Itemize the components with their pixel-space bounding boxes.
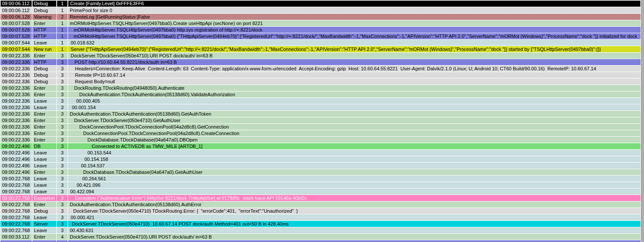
log-message-cell: DockAuthentication.TDockAuthentication(0… bbox=[68, 111, 641, 117]
log-row[interactable]: 09:00:22.496DB3Connected to ACTIVEDB as … bbox=[0, 143, 641, 149]
log-time-cell: 09:00:06.112 bbox=[0, 7, 32, 13]
log-thread-cell: 3 bbox=[57, 130, 68, 136]
log-level-cell: Enter bbox=[32, 201, 56, 207]
log-message-cell: DockServer.TDockServer(050e4710).URI POS… bbox=[68, 234, 641, 240]
log-row[interactable]: 09:00:22.336Enter3DockAuthentication.TDo… bbox=[0, 111, 641, 117]
log-message-cell: DockConnectionPool.TDockConnectionPool(0… bbox=[68, 130, 641, 136]
log-row[interactable]: 09:00:22.336Leave300.001.154 bbox=[0, 104, 641, 110]
log-time-cell: 09:00:22.336 bbox=[0, 98, 32, 104]
log-time-cell: 09:00:06.112 bbox=[0, 0, 32, 7]
log-row[interactable]: 09:00:22.336Leave300.000.405 bbox=[0, 98, 641, 104]
log-row[interactable]: 09:00:22.496Enter3DockDatabase.TDockData… bbox=[0, 169, 641, 175]
log-message-cell: 00.154.158 bbox=[68, 156, 641, 162]
log-row-partial[interactable] bbox=[0, 240, 641, 242]
log-level-cell: Debug bbox=[32, 72, 56, 78]
log-message-cell: DockServer.TDockServer(050e4710) TDockRo… bbox=[68, 208, 641, 214]
log-time-cell: 09:00:22.336 bbox=[0, 91, 32, 97]
log-thread-cell: 3 bbox=[57, 163, 68, 169]
log-time-cell: 09:00:22.768 bbox=[0, 214, 32, 220]
log-row[interactable]: 09:00:22.768Enter3DockAuthentication.TDo… bbox=[0, 201, 641, 207]
log-row[interactable]: 09:00:07.544New run1Server {"THttpApiSer… bbox=[0, 46, 641, 52]
log-row[interactable]: 09:00:22.768Leave300.264.561 bbox=[0, 176, 641, 182]
log-level-cell: Enter bbox=[32, 137, 56, 143]
log-time-cell: 09:00:22.336 bbox=[0, 104, 32, 110]
log-thread-cell: 3 bbox=[57, 66, 68, 72]
log-thread-cell: 1 bbox=[57, 20, 68, 26]
log-thread-cell: 3 bbox=[57, 221, 68, 227]
log-message-cell: Exception ("Authentication Error") [Http… bbox=[68, 195, 641, 201]
log-message-cell: DockDatabase.TDockDatabase(04a647a0).DBO… bbox=[68, 137, 641, 143]
log-message-cell: DockConnectionPool.TDockConnectionPool(0… bbox=[68, 124, 641, 130]
log-row[interactable]: 09:00:22.336Enter3DockRouting.TDockRouti… bbox=[0, 85, 641, 91]
log-time-cell: 09:00:22.496 bbox=[0, 156, 32, 162]
log-level-cell: Enter bbox=[32, 130, 56, 136]
log-message-cell: mORMotHttpServer.TSQLHttpServer(0497bba0… bbox=[68, 20, 641, 26]
log-row[interactable]: 09:00:22.768Leave300.421.096 bbox=[0, 182, 641, 188]
log-row[interactable]: 09:00:22.336HTTP3POST http://10.60.64.55… bbox=[0, 59, 641, 65]
log-row[interactable]: 09:00:22.768Leave300.422.094 bbox=[0, 189, 641, 195]
log-row[interactable]: 09:00:22.496Leave300.154.537 bbox=[0, 163, 641, 169]
log-level-cell: Leave bbox=[32, 182, 56, 188]
log-message-cell: PrimePool for size 0 bbox=[68, 7, 641, 13]
log-time-cell bbox=[0, 240, 32, 242]
log-row[interactable]: 09:00:07.528Enter1mORMotHttpServer.TSQLH… bbox=[0, 20, 641, 26]
log-time-cell: 09:00:22.336 bbox=[0, 117, 32, 123]
log-thread-cell: 3 bbox=[57, 227, 68, 233]
log-row[interactable]: 09:00:22.768Debug3DockServer.TDockServer… bbox=[0, 208, 641, 214]
log-row[interactable]: 09:00:07.544Leave100.018.632 bbox=[0, 40, 641, 46]
log-level-cell: Leave bbox=[32, 189, 56, 195]
log-level-cell: HTTP bbox=[32, 59, 56, 65]
log-row[interactable]: 09:00:22.496Leave300.153.544 bbox=[0, 150, 641, 156]
log-time-cell: 09:00:22.768 bbox=[0, 221, 32, 227]
log-row[interactable]: 09:00:22.336Enter3DockServer.TDockServer… bbox=[0, 53, 641, 59]
log-row[interactable]: 09:00:06.128Warning2RemoteLog [GetRunnin… bbox=[0, 14, 641, 20]
log-level-cell: Debug bbox=[32, 208, 56, 214]
log-row[interactable]: 09:00:07.528HTTP1mORMotHttpServer.TSQLHt… bbox=[0, 27, 641, 33]
log-message-cell: RemoteLog [GetRunningStatus:]False bbox=[68, 14, 641, 20]
log-row[interactable]: 09:00:06.112Debug1PrimePool for size 0 bbox=[0, 7, 641, 13]
log-row[interactable]: 09:00:22.336Debug3Request Body=null bbox=[0, 79, 641, 85]
log-thread-cell: 3 bbox=[57, 117, 68, 123]
log-row[interactable]: 09:00:22.336Enter3DockConnectionPool.TDo… bbox=[0, 130, 641, 136]
log-row[interactable]: 09:00:22.768Server3DockServer.TDockServe… bbox=[0, 221, 641, 227]
log-row[interactable]: 09:00:22.336Enter3DockDatabase.TDockData… bbox=[0, 137, 641, 143]
log-message-cell: DockAuthentication.TDockAuthentication(0… bbox=[68, 201, 641, 207]
log-level-cell: Warning bbox=[32, 14, 56, 20]
log-thread-cell: 1 bbox=[57, 40, 68, 46]
log-message-cell: DockServer.TDockServer(050e4710).URI POS… bbox=[68, 53, 641, 59]
log-level-cell: Debug bbox=[32, 0, 56, 7]
log-row[interactable]: 09:00:22.336Enter3DockServer.TDockServer… bbox=[0, 117, 641, 123]
log-row[interactable]: 09:00:33.112Enter4DockServer.TDockServer… bbox=[0, 234, 641, 240]
log-time-cell: 09:00:22.336 bbox=[0, 111, 32, 117]
log-row[interactable]: 09:00:22.496Leave300.154.158 bbox=[0, 156, 641, 162]
log-level-cell: Enter bbox=[32, 85, 56, 91]
log-time-cell: 09:00:22.768 bbox=[0, 201, 32, 207]
log-time-cell: 09:00:22.336 bbox=[0, 137, 32, 143]
log-time-cell: 09:00:22.768 bbox=[0, 176, 32, 182]
log-row[interactable]: 09:00:22.336Enter3DockConnectionPool.TDo… bbox=[0, 124, 641, 130]
log-time-cell: 09:00:22.336 bbox=[0, 66, 32, 72]
log-thread-cell: 3 bbox=[57, 59, 68, 65]
log-level-cell: Leave bbox=[32, 150, 56, 156]
log-row[interactable]: 09:00:22.768Leave300.000.421 bbox=[0, 214, 641, 220]
log-thread-cell: 1 bbox=[57, 0, 68, 7]
log-row[interactable]: 09:00:07.528HTTP1mORMotHttpServer.TSQLHt… bbox=[0, 33, 641, 39]
log-thread-cell: 3 bbox=[57, 201, 68, 207]
log-message-cell: mORMotHttpServer.TSQLHttpServer(0497bba0… bbox=[68, 33, 641, 39]
log-level-cell: DB bbox=[32, 143, 56, 149]
log-message-cell: 00.001.154 bbox=[68, 104, 641, 110]
log-row-selected[interactable]: 09:00:06.112Debug1Create [Family.Level] … bbox=[0, 0, 641, 7]
log-time-cell: 09:00:22.336 bbox=[0, 85, 32, 91]
log-thread-cell: 3 bbox=[57, 176, 68, 182]
log-row[interactable]: 09:00:22.336Debug3Remote IP=10.60.67.14 bbox=[0, 72, 641, 78]
log-row[interactable]: 09:00:22.336Enter3DockAuthentication.TDo… bbox=[0, 91, 641, 97]
log-thread-cell: 3 bbox=[57, 150, 68, 156]
log-row[interactable]: 09:00:22.336Debug3Headers=Connection: Ke… bbox=[0, 66, 641, 72]
log-row[interactable]: 09:00:22.768Exception3Exception ("Authen… bbox=[0, 195, 641, 201]
log-level-cell: New run bbox=[32, 46, 56, 52]
log-level-cell: Leave bbox=[32, 163, 56, 169]
log-row[interactable]: 09:00:22.768Leave300.430.631 bbox=[0, 227, 641, 233]
log-level-cell: Enter bbox=[32, 124, 56, 130]
log-thread-cell: 3 bbox=[57, 124, 68, 130]
log-message-cell: Request Body=null bbox=[68, 79, 641, 85]
